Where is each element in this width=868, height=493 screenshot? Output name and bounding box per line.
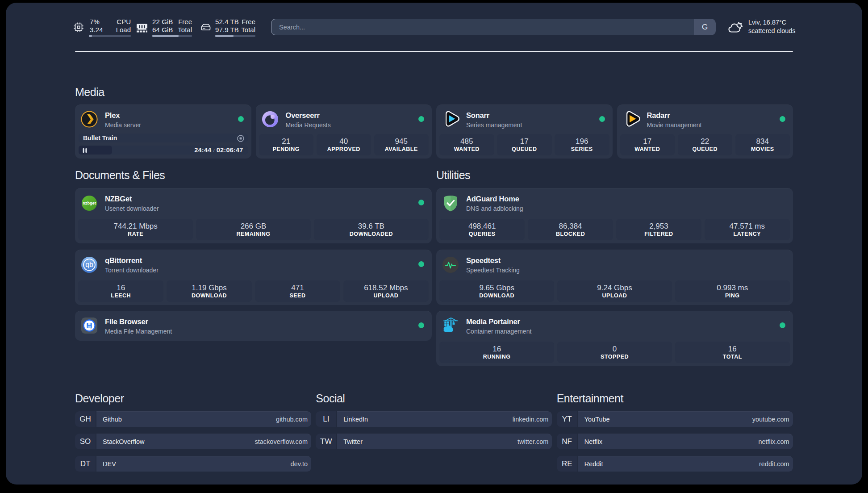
player-controls-panel: 24:44/02:06:47	[79, 146, 248, 155]
bookmark-stackoverflow[interactable]: SO StackOverflowstackoverflow.com	[75, 434, 311, 449]
app-card-plex[interactable]: Plex Media server Bullet Train 24:44/02:…	[75, 104, 251, 159]
app-description: DNS and adblocking	[466, 205, 523, 213]
bookmark-github[interactable]: GH Githubgithub.com	[75, 411, 311, 427]
app-card-sonarr[interactable]: Sonarr Series management 485WANTED 17QUE…	[436, 104, 613, 159]
app-description: Usenet downloader	[105, 205, 159, 213]
app-description: Media server	[105, 121, 141, 129]
pause-button[interactable]	[79, 146, 112, 155]
section-title-media: Media	[75, 85, 104, 99]
bookmark-name: Twitter	[343, 438, 363, 445]
bookmark-abbr: YT	[557, 411, 577, 427]
disk-total-value: 97.9 TB	[215, 26, 239, 34]
section-title-utilities: Utilities	[436, 168, 470, 182]
stat-remaining: 266 GBREMAINING	[196, 219, 311, 241]
svg-text:qb: qb	[85, 261, 93, 268]
stat-upload: 9.24 GbpsUPLOAD	[557, 280, 672, 302]
disk-progressbar	[215, 35, 255, 37]
stat-series: 196SERIES	[555, 134, 609, 156]
weather-location-temp: Lviv, 16.87°C	[748, 18, 796, 27]
app-description: Container management	[466, 328, 531, 335]
bookmark-abbr: SO	[75, 434, 96, 449]
app-card-adguard[interactable]: AdGuard Home DNS and adblocking 498,461Q…	[436, 188, 793, 243]
app-description: Media File Management	[105, 328, 172, 335]
app-card-qbittorrent[interactable]: qb qBittorrent Torrent downloader 16LEEC…	[75, 250, 432, 305]
stat-available: 945AVAILABLE	[374, 134, 429, 156]
app-description: Speedtest Tracking	[466, 267, 520, 274]
search-engine-button[interactable]: G	[694, 19, 716, 35]
app-title: AdGuard Home	[466, 194, 519, 204]
bookmark-linkedin[interactable]: LI LinkedInlinkedin.com	[316, 411, 552, 427]
ram-icon	[136, 23, 148, 33]
app-card-overseerr[interactable]: Overseerr Media Requests 21PENDING 40APP…	[256, 104, 432, 159]
app-description: Media Requests	[286, 121, 331, 129]
disk-total-label: Total	[241, 26, 255, 34]
section-title-documents: Documents & Files	[75, 168, 165, 182]
status-dot	[599, 116, 605, 122]
app-card-nzbget[interactable]: nzbget NZBGet Usenet downloader 744.21 M…	[75, 188, 432, 243]
stat-stopped: 0STOPPED	[557, 342, 672, 363]
status-dot	[418, 200, 424, 205]
weather-cloud-icon	[727, 20, 743, 34]
app-title: Overseerr	[286, 111, 320, 120]
plex-logo-icon	[81, 111, 98, 128]
app-description: Movie management	[647, 121, 702, 129]
speedtest-logo-icon	[442, 256, 459, 273]
memory-free-label: Free	[178, 18, 192, 26]
app-card-speedtest[interactable]: Speedtest Speedtest Tracking 9.65 GbpsDO…	[436, 250, 793, 305]
qbittorrent-logo-icon: qb	[81, 256, 98, 273]
app-card-filebrowser[interactable]: File Browser Media File Management	[75, 311, 432, 341]
stat-pending: 21PENDING	[259, 134, 314, 156]
now-playing-title: Bullet Train	[83, 134, 117, 142]
now-playing-panel: Bullet Train	[79, 134, 248, 142]
cpu-progressbar	[89, 35, 131, 37]
cpu-load-value: 3.24	[90, 26, 103, 34]
portainer-logo-icon	[442, 317, 459, 334]
app-card-radarr[interactable]: Radarr Movie management 17WANTED 22QUEUE…	[617, 104, 793, 159]
stat-downloaded: 39.6 TBDOWNLOADED	[314, 219, 429, 241]
playback-time: 24:44/02:06:47	[194, 146, 243, 155]
bookmark-name: Netflix	[584, 438, 602, 445]
bookmark-domain: netflix.com	[758, 438, 789, 445]
app-card-portainer[interactable]: Media Portainer Container management 16R…	[436, 311, 793, 366]
disk-icon	[200, 22, 211, 33]
bookmark-domain: dev.to	[291, 460, 308, 468]
search-input[interactable]	[271, 19, 694, 35]
app-title: NZBGet	[105, 194, 132, 204]
stat-total: 16TOTAL	[675, 342, 790, 363]
bookmark-name: Reddit	[584, 460, 603, 468]
bookmark-abbr: GH	[75, 411, 96, 427]
memory-total-value: 64 GiB	[152, 26, 173, 34]
bookmark-name: YouTube	[584, 416, 610, 423]
bookmark-youtube[interactable]: YT YouTubeyoutube.com	[557, 411, 793, 427]
bookmark-netflix[interactable]: NF Netflixnetflix.com	[557, 434, 793, 449]
adguard-logo-icon	[442, 195, 459, 212]
bookmark-reddit[interactable]: RE Redditreddit.com	[557, 456, 793, 472]
app-title: Radarr	[647, 111, 670, 120]
stat-blocked: 86,384BLOCKED	[528, 219, 613, 241]
search-bar[interactable]: G	[271, 19, 715, 35]
bookmark-group-entertainment: Entertainment YT YouTubeyoutube.com NF N…	[557, 392, 793, 472]
bookmark-name: DEV	[103, 460, 116, 468]
bookmark-name: Github	[103, 416, 122, 423]
app-title: Sonarr	[466, 111, 489, 120]
memory-free-value: 22 GiB	[152, 18, 173, 26]
stat-queries: 498,461QUERIES	[439, 219, 525, 241]
bookmark-twitter[interactable]: TW Twittertwitter.com	[316, 434, 552, 449]
cpu-label: CPU	[117, 18, 131, 26]
stat-filtered: 2,953FILTERED	[616, 219, 701, 241]
stat-rate: 744.21 MbpsRATE	[78, 219, 193, 241]
bookmark-abbr: NF	[557, 434, 577, 449]
camera-icon	[237, 135, 244, 142]
memory-total-label: Total	[178, 26, 192, 34]
stat-leech: 16LEECH	[78, 280, 163, 302]
disk-free-value: 52.4 TB	[215, 18, 239, 26]
stat-upload: 618.52 MbpsUPLOAD	[343, 280, 429, 302]
status-dot	[418, 261, 424, 267]
bookmark-dev[interactable]: DT DEVdev.to	[75, 456, 311, 472]
status-dot	[418, 116, 424, 122]
section-title-entertainment: Entertainment	[557, 392, 793, 405]
stat-queued: 17QUEUED	[497, 134, 552, 156]
stat-wanted: 17WANTED	[620, 134, 675, 156]
dashboard-panel: 7%CPU 3.24Load 22 GiBFree 64 GiBTotal 52…	[6, 3, 862, 485]
bookmark-domain: linkedin.com	[513, 416, 549, 423]
